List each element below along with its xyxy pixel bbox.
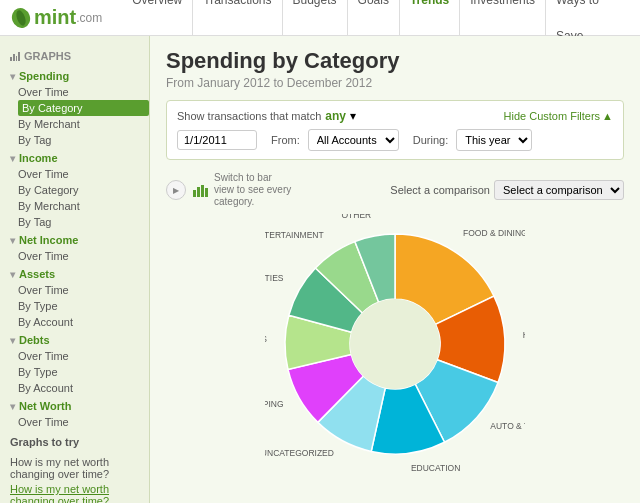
arrow-icon: ▾ [10, 71, 15, 82]
filter-bar: Show transactions that match any ▾ Hide … [166, 100, 624, 160]
sidebar-section-net-income: ▾Net IncomeOver Time [0, 230, 149, 264]
sidebar-item-over-time[interactable]: Over Time [18, 166, 149, 182]
section-name: Assets [19, 268, 55, 280]
sidebar-item-by-merchant[interactable]: By Merchant [18, 198, 149, 214]
logo-mint-text: mint [34, 6, 76, 29]
sidebar-sections: ▾SpendingOver TimeBy CategoryBy Merchant… [0, 66, 149, 430]
sidebar-item-by-tag[interactable]: By Tag [18, 132, 149, 148]
page-title: Spending by Category [166, 48, 624, 74]
pie-label-health-fitness: HEALTH & FITNESS [265, 334, 267, 344]
svg-rect-3 [197, 187, 200, 197]
show-transactions-label: Show transactions that match [177, 110, 321, 122]
hide-custom-filters-button[interactable]: Hide Custom Filters ▲ [504, 110, 613, 122]
section-name: Income [19, 152, 58, 164]
pie-svg: FOOD & DININGHOMEAUTO & TRANSPORTEDUCATI… [265, 214, 525, 474]
sidebar-item-by-category[interactable]: By Category [18, 182, 149, 198]
sidebar-section-debts: ▾DebtsOver TimeBy TypeBy Account [0, 330, 149, 396]
sidebar-item-by-category[interactable]: By Category [18, 100, 149, 116]
pie-label-other: OTHER [341, 214, 371, 220]
pie-label-entertainment: ENTERTAINMENT [265, 230, 324, 240]
sidebar-subitems-net-worth: Over Time [0, 414, 149, 430]
pie-label-education: EDUCATION [411, 463, 460, 473]
bar-chart-icon [192, 182, 208, 198]
sidebar-item-over-time[interactable]: Over Time [18, 414, 149, 430]
section-name: Net Income [19, 234, 78, 246]
comparison-area: Select a comparison Select a comparison [390, 180, 624, 200]
sidebar-item-by-type[interactable]: By Type [18, 364, 149, 380]
period-select[interactable]: This year [456, 129, 532, 151]
play-button[interactable]: ▶ [166, 180, 186, 200]
graphs-section-header: GRAPHS [0, 44, 149, 66]
switch-to-bar-text: Switch to bar view to see every category… [214, 172, 294, 208]
any-dropdown[interactable]: any [325, 109, 346, 123]
section-name: Spending [19, 70, 69, 82]
pie-label-home: HOME [523, 330, 525, 340]
sidebar: GRAPHS ▾SpendingOver TimeBy CategoryBy M… [0, 36, 150, 503]
main-content: Spending by Category From January 2012 t… [150, 36, 640, 503]
from-label: From: [271, 134, 300, 146]
sidebar-section-header-debts[interactable]: ▾Debts [0, 330, 149, 348]
sidebar-section-income: ▾IncomeOver TimeBy CategoryBy MerchantBy… [0, 148, 149, 230]
sidebar-item-over-time[interactable]: Over Time [18, 248, 149, 264]
pie-chart: FOOD & DININGHOMEAUTO & TRANSPORTEDUCATI… [265, 214, 525, 474]
comparison-dropdown[interactable]: Select a comparison [494, 180, 624, 200]
sidebar-item-by-type[interactable]: By Type [18, 298, 149, 314]
page-subtitle: From January 2012 to December 2012 [166, 76, 624, 90]
bar-view-button[interactable] [192, 182, 208, 198]
sidebar-subitems-income: Over TimeBy CategoryBy MerchantBy Tag [0, 166, 149, 230]
section-name: Debts [19, 334, 50, 346]
sidebar-item-by-account[interactable]: By Account [18, 380, 149, 396]
sidebar-section-header-assets[interactable]: ▾Assets [0, 264, 149, 282]
accounts-select[interactable]: All Accounts [308, 129, 399, 151]
sidebar-subitems-net-income: Over Time [0, 248, 149, 264]
graphs-to-try-header: Graphs to try [0, 430, 149, 454]
section-name: Net Worth [19, 400, 71, 412]
arrow-icon: ▾ [10, 269, 15, 280]
graphs-label-text: GRAPHS [24, 50, 71, 62]
graphs-to-try-description: How is my net worth changing over time? [0, 454, 149, 482]
sidebar-item-over-time[interactable]: Over Time [18, 84, 149, 100]
mint-leaf-icon [10, 7, 32, 29]
sidebar-item-over-time[interactable]: Over Time [18, 282, 149, 298]
any-dropdown-arrow: ▾ [350, 109, 356, 123]
sidebar-subitems-debts: Over TimeBy TypeBy Account [0, 348, 149, 396]
pie-center-circle [350, 299, 440, 389]
sidebar-item-by-tag[interactable]: By Tag [18, 214, 149, 230]
arrow-icon: ▾ [10, 401, 15, 412]
sidebar-section-assets: ▾AssetsOver TimeBy TypeBy Account [0, 264, 149, 330]
logo[interactable]: mint .com [10, 6, 102, 29]
svg-rect-4 [201, 185, 204, 197]
sidebar-item-by-merchant[interactable]: By Merchant [18, 116, 149, 132]
during-label: During: [413, 134, 448, 146]
pie-label-shopping: SHOPPING [265, 399, 283, 409]
sidebar-subitems-spending: Over TimeBy CategoryBy MerchantBy Tag [0, 84, 149, 148]
chart-wrapper: FOOD & DININGHOMEAUTO & TRANSPORTEDUCATI… [166, 214, 624, 474]
sidebar-section-header-income[interactable]: ▾Income [0, 148, 149, 166]
main-layout: GRAPHS ▾SpendingOver TimeBy CategoryBy M… [0, 36, 640, 503]
graphs-to-try-link[interactable]: How is my net worth changing over time? [0, 482, 149, 503]
sidebar-item-by-account[interactable]: By Account [18, 314, 149, 330]
chart-left-controls: ▶ Switch to bar view to see every catego… [166, 172, 294, 208]
arrow-icon: ▾ [10, 235, 15, 246]
sidebar-section-header-net-income[interactable]: ▾Net Income [0, 230, 149, 248]
arrow-icon: ▾ [10, 335, 15, 346]
filter-top-row: Show transactions that match any ▾ Hide … [177, 109, 613, 123]
svg-rect-5 [205, 188, 208, 197]
hide-custom-filters-arrow: ▲ [602, 110, 613, 122]
sidebar-section-header-net-worth[interactable]: ▾Net Worth [0, 396, 149, 414]
svg-rect-2 [193, 190, 196, 197]
pie-label-auto-transport: AUTO & TRANSPORT [490, 421, 525, 431]
hide-custom-filters-label: Hide Custom Filters [504, 110, 601, 122]
date-input[interactable] [177, 130, 257, 150]
graphs-bar-icon [10, 51, 20, 61]
filter-row: From: All Accounts During: This year [177, 129, 613, 151]
sidebar-section-spending: ▾SpendingOver TimeBy CategoryBy Merchant… [0, 66, 149, 148]
sidebar-subitems-assets: Over TimeBy TypeBy Account [0, 282, 149, 330]
top-navigation: mint .com OverviewTransactionsBudgetsGoa… [0, 0, 640, 36]
sidebar-item-over-time[interactable]: Over Time [18, 348, 149, 364]
pie-label-bills-utilities: BILLS & UTILITIES [265, 273, 284, 283]
arrow-icon: ▾ [10, 153, 15, 164]
comparison-label: Select a comparison [390, 184, 490, 196]
pie-label-uncategorized: UNCATEGORIZED [265, 448, 334, 458]
sidebar-section-header-spending[interactable]: ▾Spending [0, 66, 149, 84]
